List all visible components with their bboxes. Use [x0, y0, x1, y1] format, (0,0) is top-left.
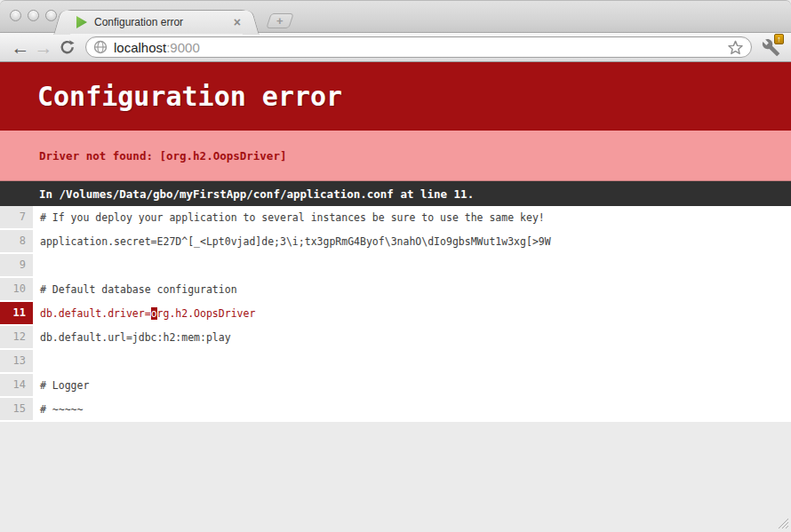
url-host: localhost	[114, 40, 166, 55]
browser-tab[interactable]: Configuration error ×	[64, 10, 249, 34]
error-location: In /Volumes/Data/gbo/myFirstApp/conf/app…	[39, 187, 474, 201]
code-line: 10# Default database configuration	[0, 278, 791, 302]
browser-window: Configuration error × + ← → localhost:90…	[0, 0, 791, 532]
tab-strip: Configuration error × +	[0, 0, 791, 33]
window-controls	[10, 10, 57, 21]
address-bar[interactable]: localhost:9000	[85, 36, 752, 58]
new-tab-button[interactable]: +	[266, 13, 294, 28]
error-header: Configuration error	[0, 62, 791, 131]
code-text	[33, 254, 791, 278]
page-title: Configuration error	[37, 81, 342, 112]
window-minimize-button[interactable]	[28, 10, 39, 21]
globe-icon	[93, 40, 108, 54]
code-line: 12db.default.url=jdbc:h2:mem:play	[0, 326, 791, 350]
play-framework-icon	[76, 16, 87, 28]
line-number: 10	[0, 278, 33, 302]
reload-icon	[60, 39, 76, 55]
code-line-error: 11db.default.driver=org.h2.OopsDriver	[0, 302, 791, 326]
code-text: # Default database configuration	[33, 278, 791, 302]
error-location-bar: In /Volumes/Data/gbo/myFirstApp/conf/app…	[0, 181, 791, 206]
line-number: 11	[0, 302, 33, 326]
url-port: :9000	[166, 40, 200, 55]
line-number: 8	[0, 230, 33, 254]
tab-close-icon[interactable]: ×	[234, 16, 241, 28]
line-number: 15	[0, 398, 33, 422]
code-text: db.default.driver=org.h2.OopsDriver	[33, 302, 791, 326]
code-text: # ~~~~~	[33, 398, 791, 422]
update-badge-icon: ↑	[774, 34, 784, 44]
bookmark-star-button[interactable]	[727, 39, 744, 56]
code-text: # If you deploy your application to seve…	[33, 206, 791, 230]
star-icon	[727, 39, 744, 56]
code-text: application.secret=E27D^[_<Lpt0vjad]de;3…	[33, 230, 791, 254]
tab-title: Configuration error	[94, 16, 234, 28]
code-line: 15# ~~~~~	[0, 398, 791, 422]
back-button[interactable]: ←	[9, 38, 32, 57]
reload-button[interactable]	[55, 39, 80, 55]
line-number: 14	[0, 374, 33, 398]
page-content: Configuration error Driver not found: [o…	[0, 62, 791, 531]
browser-toolbar: ← → localhost:9000 ↑	[0, 33, 791, 62]
code-line: 13	[0, 350, 791, 374]
resize-grip[interactable]	[778, 518, 789, 529]
line-number: 13	[0, 350, 33, 374]
code-text: # Logger	[33, 374, 791, 398]
url-text: localhost:9000	[114, 40, 727, 55]
source-code-listing: 7# If you deploy your application to sev…	[0, 206, 791, 422]
line-number: 9	[0, 254, 33, 278]
browser-menu-button[interactable]: ↑	[759, 36, 782, 59]
line-number: 12	[0, 326, 33, 350]
code-line: 7# If you deploy your application to sev…	[0, 206, 791, 230]
code-line: 14# Logger	[0, 374, 791, 398]
line-number: 7	[0, 206, 33, 230]
code-text	[33, 350, 791, 374]
code-text: db.default.url=jdbc:h2:mem:play	[33, 326, 791, 350]
forward-button[interactable]: →	[32, 38, 55, 57]
window-zoom-button[interactable]	[45, 10, 57, 21]
code-line: 8application.secret=E27D^[_<Lpt0vjad]de;…	[0, 230, 791, 254]
error-message: Driver not found: [org.h2.OopsDriver]	[39, 149, 286, 163]
code-line: 9	[0, 254, 791, 278]
plus-icon: +	[276, 15, 284, 27]
error-marker: o	[151, 307, 157, 320]
window-close-button[interactable]	[10, 10, 21, 21]
error-banner: Driver not found: [org.h2.OopsDriver]	[0, 131, 791, 181]
